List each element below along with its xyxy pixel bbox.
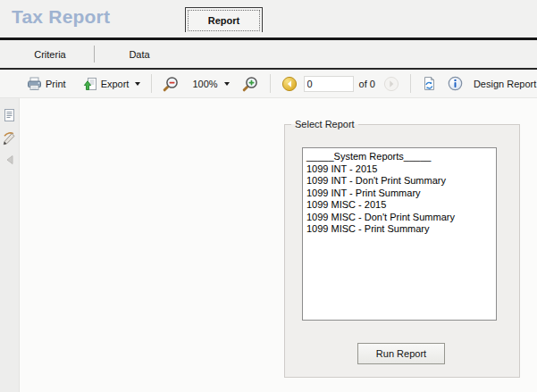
export-button[interactable]: Export	[80, 75, 144, 93]
zoom-caret-icon	[224, 82, 230, 86]
select-report-groupbox: Select Report _____System Reports_____ 1…	[284, 124, 520, 378]
toolbar-separator	[151, 74, 152, 93]
next-page-button[interactable]	[381, 74, 402, 94]
toolbar-separator	[270, 74, 271, 93]
list-item[interactable]: 1099 INT - Don't Print Summary	[306, 175, 494, 188]
list-item[interactable]: 1099 INT - 2015	[306, 163, 494, 176]
pencil-icon	[2, 130, 17, 146]
previous-page-icon	[281, 76, 298, 92]
print-button[interactable]: Print	[24, 75, 69, 93]
previous-page-button[interactable]	[279, 74, 300, 94]
tab-criteria[interactable]: Criteria	[7, 40, 93, 68]
export-icon	[82, 77, 97, 91]
page-count-label: of 0	[359, 79, 375, 89]
zoom-in-icon	[242, 76, 259, 92]
document-icon	[3, 108, 16, 122]
info-button[interactable]	[445, 74, 466, 93]
zoom-in-button[interactable]	[239, 74, 262, 94]
report-side-toolbar	[0, 98, 20, 392]
report-listbox[interactable]: _____System Reports_____ 1099 INT - 2015…	[302, 147, 497, 321]
zoom-level-value: 100%	[192, 79, 217, 89]
run-report-button[interactable]: Run Report	[357, 343, 445, 364]
tab-data[interactable]: Data	[95, 40, 184, 68]
design-report-button[interactable]: Design Report	[471, 77, 537, 91]
design-report-label: Design Report	[474, 79, 536, 89]
export-label: Export	[101, 79, 130, 89]
tab-data-label: Data	[129, 49, 149, 60]
groupbox-title: Select Report	[291, 118, 358, 130]
list-item[interactable]: 1099 MISC - Don't Print Summary	[306, 212, 494, 224]
export-caret-icon	[135, 82, 140, 86]
list-item[interactable]: 1099 INT - Print Summary	[306, 188, 494, 200]
zoom-out-icon	[163, 76, 180, 92]
tax-report-window: Tax Report Criteria Data Report Print	[0, 0, 537, 392]
tab-strip: Criteria Data	[0, 38, 537, 70]
list-item[interactable]: 1099 MISC - Print Summary	[306, 223, 494, 236]
print-label: Print	[46, 79, 66, 89]
refresh-data-button[interactable]	[419, 74, 440, 93]
collapse-left-arrow-icon	[4, 154, 16, 166]
list-item[interactable]: _____System Reports_____	[306, 151, 494, 163]
tab-report-label: Report	[208, 15, 239, 26]
run-report-label: Run Report	[376, 348, 426, 359]
zoom-out-button[interactable]	[160, 74, 182, 94]
zoom-level-dropdown[interactable]: 100%	[189, 77, 231, 91]
list-item[interactable]: 1099 MISC - 2015	[306, 199, 494, 212]
collapse-panel-button[interactable]	[4, 154, 16, 166]
document-map-button[interactable]	[3, 108, 16, 122]
tab-criteria-label: Criteria	[34, 49, 65, 60]
info-icon	[448, 76, 463, 91]
header: Tax Report	[0, 0, 537, 38]
toolbar-separator	[410, 74, 411, 93]
printer-icon	[27, 77, 42, 91]
annotate-button[interactable]	[2, 130, 17, 146]
report-content-area: Select Report _____System Reports_____ 1…	[0, 98, 537, 392]
page-number-input[interactable]	[304, 76, 354, 92]
page-title: Tax Report	[12, 6, 110, 28]
tab-report-active[interactable]: Report	[185, 7, 263, 32]
page-refresh-icon	[422, 76, 437, 91]
next-page-icon	[383, 76, 399, 92]
report-toolbar: Print Export 100%	[0, 70, 537, 98]
